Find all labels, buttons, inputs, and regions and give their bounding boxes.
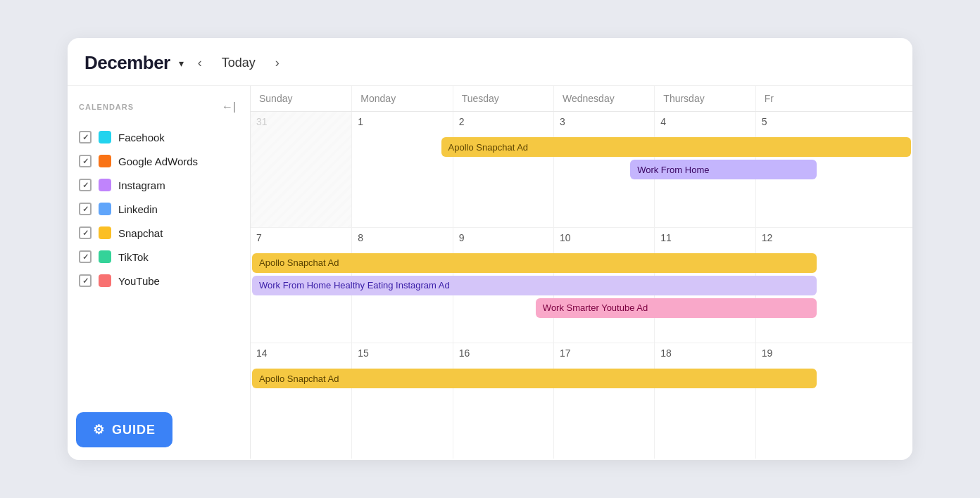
day-number: 9 <box>459 232 465 243</box>
sidebar-item-facehook[interactable]: Facehook <box>68 125 250 149</box>
color-dot-3 <box>99 203 111 215</box>
day-number: 12 <box>762 232 773 243</box>
day-cell-2-0: 14 <box>251 343 351 459</box>
event-bar-0-0[interactable]: Apollo Snapchat Ad <box>441 137 911 157</box>
event-bar-2-0[interactable]: Apollo Snapchat Ad <box>252 369 817 388</box>
day-header-thursday: Thursday <box>654 86 755 111</box>
calendar-name-2: Instagram <box>118 179 165 191</box>
sidebar-item-instagram[interactable]: Instagram <box>68 173 250 197</box>
day-number: 1 <box>358 116 363 127</box>
day-number: 8 <box>358 232 363 243</box>
checkbox-5[interactable] <box>79 250 92 263</box>
day-header-wednesday: Wednesday <box>553 86 654 111</box>
main-layout: CALENDARS ←| Facehook Google AdWords Ins… <box>68 86 912 459</box>
day-number: 15 <box>358 347 369 359</box>
calendar-name-6: YouTube <box>118 275 160 287</box>
calendar-grid: SundayMondayTuesdayWednesdayThursdayFr 3… <box>251 86 912 459</box>
day-number: 5 <box>762 116 767 127</box>
color-dot-5 <box>99 250 111 263</box>
checkbox-4[interactable] <box>79 226 92 239</box>
color-dot-4 <box>99 226 111 239</box>
guide-button-label: GUIDE <box>112 423 156 438</box>
checkbox-6[interactable] <box>79 274 92 287</box>
color-dot-6 <box>99 274 111 287</box>
day-cell-2-1: 15 <box>351 343 452 459</box>
day-cell-2-4: 18 <box>654 343 755 459</box>
sidebar-item-linkedin[interactable]: Linkedin <box>68 197 250 221</box>
day-number: 11 <box>660 232 672 243</box>
day-number: 10 <box>560 232 571 243</box>
day-number: 3 <box>560 116 565 127</box>
color-dot-0 <box>99 131 111 143</box>
day-number: 18 <box>660 347 672 359</box>
day-cell-0-0: 31 <box>251 112 351 227</box>
day-cell-2-5: 19 <box>755 343 856 459</box>
month-title: December <box>84 52 170 74</box>
checkbox-1[interactable] <box>79 155 92 167</box>
day-number: 14 <box>256 347 268 359</box>
day-cell-0-2: 2 <box>453 112 553 227</box>
collapse-sidebar-button[interactable]: ←| <box>219 97 239 117</box>
sidebar-item-tiktok[interactable]: TikTok <box>68 245 250 269</box>
week-row-2: 141516171819Apollo Snapchat Ad <box>251 343 912 459</box>
color-dot-2 <box>99 179 111 191</box>
guide-button[interactable]: ⚙ GUIDE <box>76 412 172 447</box>
calendars-label: CALENDARS <box>79 103 134 111</box>
day-number: 31 <box>256 116 268 127</box>
sidebar: CALENDARS ←| Facehook Google AdWords Ins… <box>68 86 251 459</box>
color-dot-1 <box>99 155 111 167</box>
prev-month-button[interactable]: ‹ <box>192 53 208 73</box>
calendar-name-4: Snapchat <box>118 227 163 239</box>
event-bar-1-2[interactable]: Work Smarter Youtube Ad <box>536 298 817 318</box>
day-header-tuesday: Tuesday <box>453 86 553 111</box>
calendar-name-1: Google AdWords <box>118 155 198 167</box>
day-number: 7 <box>256 232 262 243</box>
week-row-0: 3112345Apollo Snapchat AdWork From Home <box>251 112 912 228</box>
calendar-app: December ▾ ‹ Today › CALENDARS ←| Faceho… <box>68 38 912 460</box>
day-cell-0-1: 1 <box>351 112 452 227</box>
day-headers: SundayMondayTuesdayWednesdayThursdayFr <box>251 86 912 112</box>
week-row-1: 789101112Apollo Snapchat AdWork From Hom… <box>251 228 912 344</box>
day-number: 17 <box>560 347 571 359</box>
day-number: 4 <box>660 116 666 127</box>
checkbox-2[interactable] <box>79 179 92 191</box>
checkbox-3[interactable] <box>79 203 92 215</box>
checkbox-0[interactable] <box>79 131 92 143</box>
event-bar-0-1[interactable]: Work From Home <box>630 160 817 179</box>
day-cell-2-2: 16 <box>453 343 553 459</box>
calendar-header: December ▾ ‹ Today › <box>68 38 912 86</box>
sidebar-item-google-adwords[interactable]: Google AdWords <box>68 149 250 173</box>
day-number: 16 <box>459 347 470 359</box>
month-dropdown-icon[interactable]: ▾ <box>179 58 184 69</box>
day-header-sunday: Sunday <box>251 86 351 111</box>
calendar-name-0: Facehook <box>118 132 165 143</box>
calendar-name-5: TikTok <box>118 251 149 263</box>
day-cell-2-3: 17 <box>553 343 654 459</box>
calendars-header: CALENDARS ←| <box>68 97 250 125</box>
gear-icon: ⚙ <box>93 422 105 438</box>
event-bar-1-0[interactable]: Apollo Snapchat Ad <box>252 253 817 273</box>
next-month-button[interactable]: › <box>270 53 285 73</box>
event-bar-1-1[interactable]: Work From Home Healthy Eating Instagram … <box>252 276 817 295</box>
sidebar-item-youtube[interactable]: YouTube <box>68 269 250 293</box>
today-button[interactable]: Today <box>216 53 261 73</box>
sidebar-items-list: Facehook Google AdWords Instagram Linked… <box>68 125 250 293</box>
day-header-fr: Fr <box>755 86 856 111</box>
calendar-name-3: Linkedin <box>118 203 158 215</box>
day-number: 2 <box>459 116 465 127</box>
day-number: 19 <box>762 347 773 359</box>
sidebar-item-snapchat[interactable]: Snapchat <box>68 221 250 245</box>
day-header-monday: Monday <box>351 86 452 111</box>
weeks-container: 3112345Apollo Snapchat AdWork From Home7… <box>251 112 912 459</box>
